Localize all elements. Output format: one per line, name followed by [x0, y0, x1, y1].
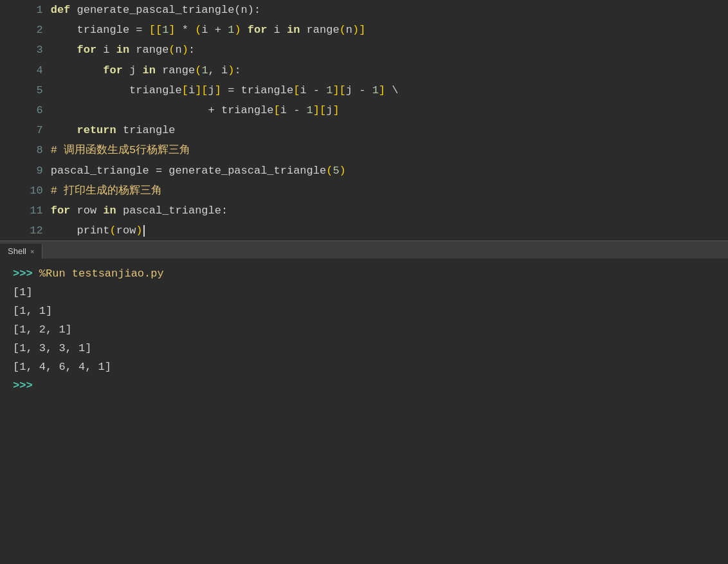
shell-output-line: [1]	[13, 284, 715, 302]
shell-area[interactable]: >>> %Run testsanjiao.py [1][1, 1][1, 2, …	[0, 259, 728, 401]
line-number: 6	[0, 100, 51, 120]
code-line: 12 print(row)	[0, 221, 728, 241]
shell-prompt-run: >>>	[13, 268, 39, 280]
code-line: 2 triangle = [[1] * (i + 1) for i in ran…	[0, 20, 728, 40]
line-content: triangle = [[1] * (i + 1) for i in range…	[51, 20, 728, 40]
line-number: 8	[0, 140, 51, 160]
line-content: for j in range(1, i):	[51, 60, 728, 80]
code-line: 11for row in pascal_triangle:	[0, 201, 728, 221]
shell-tab-bar: Shell ×	[0, 241, 728, 259]
line-number: 7	[0, 120, 51, 140]
shell-tab-label: Shell	[8, 246, 26, 256]
shell-output-line: [1, 3, 3, 1]	[13, 340, 715, 358]
line-number: 10	[0, 181, 51, 201]
line-number: 4	[0, 60, 51, 80]
shell-final-prompt-line: >>>	[13, 377, 715, 396]
line-content: def generate_pascal_triangle(n):	[51, 0, 728, 20]
line-content: + triangle[i - 1][j]	[51, 100, 728, 120]
code-line: 4 for j in range(1, i):	[0, 60, 728, 80]
line-content: # 调用函数生成5行杨辉三角	[51, 140, 728, 160]
line-number: 1	[0, 0, 51, 20]
code-line: 3 for i in range(n):	[0, 40, 728, 60]
code-editor[interactable]: 1def generate_pascal_triangle(n):2 trian…	[0, 0, 728, 241]
shell-output-line: [1, 1]	[13, 302, 715, 321]
shell-output: [1][1, 1][1, 2, 1][1, 3, 3, 1][1, 4, 6, …	[13, 284, 715, 376]
line-content: for row in pascal_triangle:	[51, 201, 728, 221]
line-number: 12	[0, 221, 51, 241]
shell-final-prompt: >>>	[13, 379, 33, 392]
code-line: 1def generate_pascal_triangle(n):	[0, 0, 728, 20]
shell-tab-close[interactable]: ×	[30, 248, 34, 255]
line-content: pascal_triangle = generate_pascal_triang…	[51, 161, 728, 181]
line-content: return triangle	[51, 120, 728, 140]
line-content: # 打印生成的杨辉三角	[51, 181, 728, 201]
code-line: 10# 打印生成的杨辉三角	[0, 181, 728, 201]
line-number: 3	[0, 40, 51, 60]
shell-output-line: [1, 2, 1]	[13, 321, 715, 340]
code-line: 8# 调用函数生成5行杨辉三角	[0, 140, 728, 160]
code-table: 1def generate_pascal_triangle(n):2 trian…	[0, 0, 728, 241]
shell-run-command: %Run testsanjiao.py	[39, 268, 164, 280]
line-number: 9	[0, 161, 51, 181]
line-number: 11	[0, 201, 51, 221]
code-line: 9pascal_triangle = generate_pascal_trian…	[0, 161, 728, 181]
text-cursor	[143, 225, 145, 237]
line-number: 5	[0, 80, 51, 100]
line-content: for i in range(n):	[51, 40, 728, 60]
code-line: 7 return triangle	[0, 120, 728, 140]
code-line: 5 triangle[i][j] = triangle[i - 1][j - 1…	[0, 80, 728, 100]
shell-run-line: >>> %Run testsanjiao.py	[13, 265, 715, 284]
line-number: 2	[0, 20, 51, 40]
line-content: triangle[i][j] = triangle[i - 1][j - 1] …	[51, 80, 728, 100]
shell-tab[interactable]: Shell ×	[0, 244, 42, 259]
line-content: print(row)	[51, 221, 728, 241]
code-line: 6 + triangle[i - 1][j]	[0, 100, 728, 120]
shell-output-line: [1, 4, 6, 4, 1]	[13, 358, 715, 377]
